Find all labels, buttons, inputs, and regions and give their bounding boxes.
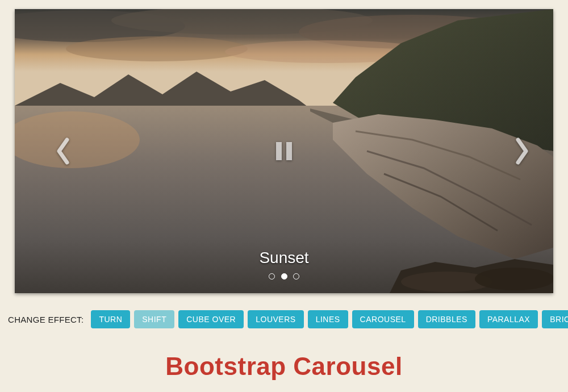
effects-toolbar: CHANGE EFFECT: TURN SHIFT CUBE OVER LOUV… (0, 293, 568, 328)
indicator-dot[interactable] (269, 273, 275, 280)
effect-button-brick[interactable]: BRICK (542, 310, 568, 328)
effect-button-dribbles[interactable]: DRIBBLES (418, 310, 475, 328)
indicator-dot[interactable] (293, 273, 299, 280)
carousel-prev-arrow[interactable] (55, 137, 72, 165)
svg-point-4 (66, 36, 248, 61)
slide-caption: Sunset (15, 249, 553, 267)
pause-icon (276, 142, 282, 160)
effect-button-shift[interactable]: SHIFT (134, 310, 174, 328)
effect-button-parallax[interactable]: PARALLAX (479, 310, 538, 328)
carousel-container: Sunset (15, 9, 553, 293)
effect-button-turn[interactable]: TURN (91, 310, 130, 328)
page-title: Bootstrap Carousel (0, 352, 568, 381)
pause-icon (286, 142, 292, 160)
pause-button[interactable] (276, 142, 292, 160)
carousel-next-arrow[interactable] (513, 137, 531, 165)
carousel-indicators (15, 272, 553, 282)
effects-label: CHANGE EFFECT: (8, 315, 83, 324)
effect-button-carousel[interactable]: CAROUSEL (352, 310, 414, 328)
effect-button-lines[interactable]: LINES (308, 310, 348, 328)
effect-button-louvers[interactable]: LOUVERS (248, 310, 303, 328)
effect-button-cube-over[interactable]: CUBE OVER (178, 310, 244, 328)
indicator-dot[interactable] (281, 273, 287, 280)
